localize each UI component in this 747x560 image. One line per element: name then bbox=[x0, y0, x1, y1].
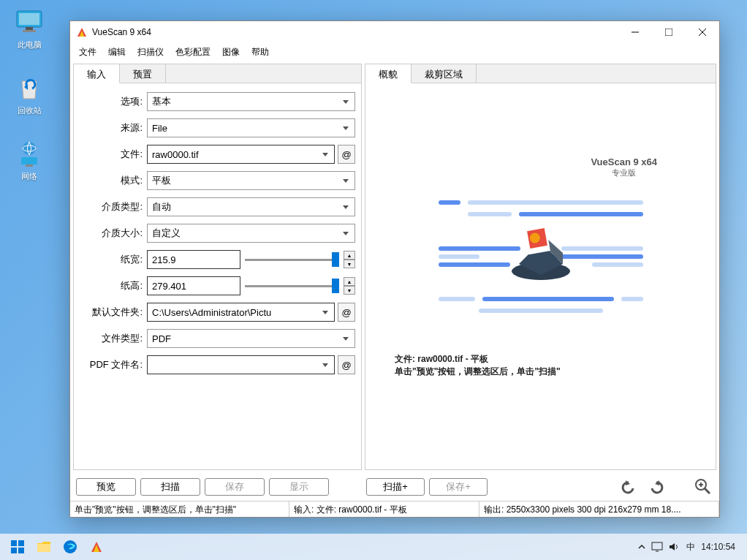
tab-crop[interactable]: 裁剪区域 bbox=[412, 64, 477, 83]
paper-width-down[interactable]: ▼ bbox=[344, 260, 355, 268]
svg-marker-19 bbox=[626, 480, 630, 485]
mode-label: 模式: bbox=[80, 174, 147, 187]
tab-preset[interactable]: 预置 bbox=[120, 64, 166, 83]
svg-point-30 bbox=[64, 540, 77, 553]
pdf-name-browse-button[interactable]: @ bbox=[338, 355, 355, 374]
svg-rect-26 bbox=[18, 540, 24, 546]
status-seg-2: 输入: 文件: raw0000.tif - 平板 bbox=[289, 502, 479, 517]
source-combo[interactable]: File bbox=[147, 118, 355, 137]
svg-rect-25 bbox=[11, 540, 17, 546]
monitor-icon bbox=[15, 7, 44, 37]
preview-hint-2: 单击"预览"按钮，调整选区后，单击"扫描" bbox=[395, 366, 716, 378]
minimize-button[interactable] bbox=[618, 21, 652, 43]
paper-width-up[interactable]: ▲ bbox=[344, 251, 355, 260]
scanner-illustration bbox=[439, 197, 643, 317]
pdf-name-label: PDF 文件名: bbox=[80, 358, 147, 371]
svg-rect-3 bbox=[23, 30, 36, 32]
redo-button[interactable] bbox=[645, 476, 671, 498]
menu-color[interactable]: 色彩配置 bbox=[170, 44, 216, 61]
svg-rect-8 bbox=[26, 164, 33, 167]
scanner-icon bbox=[504, 220, 577, 286]
maximize-button[interactable] bbox=[652, 21, 686, 43]
input-panel: 输入 预置 选项:基本 来源:File 文件:raw0000.tif@ 模式:平… bbox=[73, 64, 362, 470]
menu-file[interactable]: 文件 bbox=[73, 44, 102, 61]
svg-line-22 bbox=[705, 488, 710, 493]
close-button[interactable] bbox=[686, 21, 719, 43]
preview-button[interactable]: 预览 bbox=[76, 478, 136, 496]
media-type-combo[interactable]: 自动 bbox=[147, 197, 355, 216]
taskbar-vuescan[interactable] bbox=[85, 535, 108, 559]
tab-input[interactable]: 输入 bbox=[74, 64, 120, 83]
status-seg-1: 单击"预览"按钮，调整选区后，单击"扫描" bbox=[70, 502, 289, 517]
svg-rect-28 bbox=[18, 548, 24, 553]
pdf-name-combo[interactable] bbox=[147, 355, 335, 374]
menu-edit[interactable]: 编辑 bbox=[102, 44, 132, 61]
svg-rect-33 bbox=[652, 542, 662, 550]
scan-plus-button[interactable]: 扫描+ bbox=[366, 478, 425, 496]
taskbar-explorer[interactable] bbox=[32, 535, 56, 559]
save-button[interactable]: 保存 bbox=[205, 478, 265, 496]
tray-clock[interactable]: 14:10:54 bbox=[701, 542, 735, 552]
options-combo[interactable]: 基本 bbox=[147, 92, 355, 111]
window-title: VueScan 9 x64 bbox=[92, 27, 618, 37]
tab-overview[interactable]: 概貌 bbox=[365, 64, 412, 83]
desktop-icon-label: 此电脑 bbox=[7, 39, 51, 50]
file-browse-button[interactable]: @ bbox=[338, 145, 355, 164]
desktop-icon-network[interactable]: 网络 bbox=[7, 139, 51, 182]
svg-marker-20 bbox=[655, 480, 659, 485]
status-bar: 单击"预览"按钮，调整选区后，单击"扫描" 输入: 文件: raw0000.ti… bbox=[70, 501, 719, 517]
titlebar[interactable]: VueScan 9 x64 bbox=[70, 21, 719, 43]
paper-width-input[interactable] bbox=[147, 250, 240, 269]
svg-point-5 bbox=[23, 142, 36, 155]
media-size-label: 介质大小: bbox=[80, 227, 147, 240]
show-button[interactable]: 显示 bbox=[269, 478, 329, 496]
network-icon bbox=[15, 139, 44, 168]
desktop-icon-label: 回收站 bbox=[7, 105, 51, 116]
preview-hint-1: 文件: raw0000.tif - 平板 bbox=[395, 353, 716, 366]
menu-bar: 文件 编辑 扫描仪 色彩配置 图像 帮助 bbox=[70, 43, 719, 61]
paper-width-slider[interactable] bbox=[245, 250, 339, 269]
start-button[interactable] bbox=[6, 535, 29, 559]
tray-ime[interactable]: 中 bbox=[686, 541, 695, 553]
scan-button[interactable]: 扫描 bbox=[140, 478, 200, 496]
app-window: VueScan 9 x64 文件 编辑 扫描仪 色彩配置 图像 帮助 输入 预置… bbox=[69, 20, 720, 518]
save-plus-button[interactable]: 保存+ bbox=[429, 478, 488, 496]
undo-button[interactable] bbox=[614, 476, 640, 498]
file-type-label: 文件类型: bbox=[80, 332, 147, 345]
brand-block: VueScan 9 x64 专业版 bbox=[591, 156, 657, 178]
paper-height-slider[interactable] bbox=[245, 276, 339, 295]
tray-volume-icon[interactable] bbox=[669, 542, 680, 552]
svg-rect-27 bbox=[11, 548, 17, 553]
media-type-label: 介质类型: bbox=[80, 200, 147, 213]
file-type-combo[interactable]: PDF bbox=[147, 329, 355, 348]
tray-desktop-icon[interactable] bbox=[651, 542, 663, 552]
app-icon bbox=[76, 26, 88, 38]
paper-height-down[interactable]: ▼ bbox=[344, 286, 355, 295]
tray-chevron-icon[interactable] bbox=[638, 543, 645, 550]
file-combo[interactable]: raw0000.tif bbox=[147, 145, 335, 164]
taskbar-edge[interactable] bbox=[58, 535, 82, 559]
folder-browse-button[interactable]: @ bbox=[338, 303, 355, 322]
media-size-combo[interactable]: 自定义 bbox=[147, 224, 355, 243]
menu-image[interactable]: 图像 bbox=[216, 44, 246, 61]
desktop-icon-recycle-bin[interactable]: 回收站 bbox=[7, 73, 51, 116]
taskbar[interactable]: 中 14:10:54 bbox=[0, 534, 747, 560]
paper-width-label: 纸宽: bbox=[80, 253, 147, 266]
svg-rect-7 bbox=[21, 157, 37, 164]
svg-rect-12 bbox=[665, 29, 672, 36]
default-folder-combo[interactable]: C:\Users\Administrator\Pictu bbox=[147, 303, 335, 322]
brand-title: VueScan 9 x64 bbox=[591, 156, 657, 167]
desktop-icon-this-pc[interactable]: 此电脑 bbox=[7, 7, 51, 50]
source-label: 来源: bbox=[80, 121, 147, 135]
brand-subtitle: 专业版 bbox=[591, 167, 657, 178]
paper-height-up[interactable]: ▲ bbox=[344, 277, 355, 286]
paper-height-label: 纸高: bbox=[80, 279, 147, 292]
desktop-icon-label: 网络 bbox=[7, 171, 51, 182]
preview-panel: 概貌 裁剪区域 VueScan 9 x64 专业版 bbox=[365, 64, 716, 470]
menu-scanner[interactable]: 扫描仪 bbox=[132, 44, 170, 61]
mode-combo[interactable]: 平板 bbox=[147, 171, 355, 190]
menu-help[interactable]: 帮助 bbox=[246, 44, 275, 61]
zoom-in-button[interactable] bbox=[690, 476, 716, 498]
paper-height-input[interactable] bbox=[147, 276, 240, 295]
default-folder-label: 默认文件夹: bbox=[80, 306, 147, 319]
